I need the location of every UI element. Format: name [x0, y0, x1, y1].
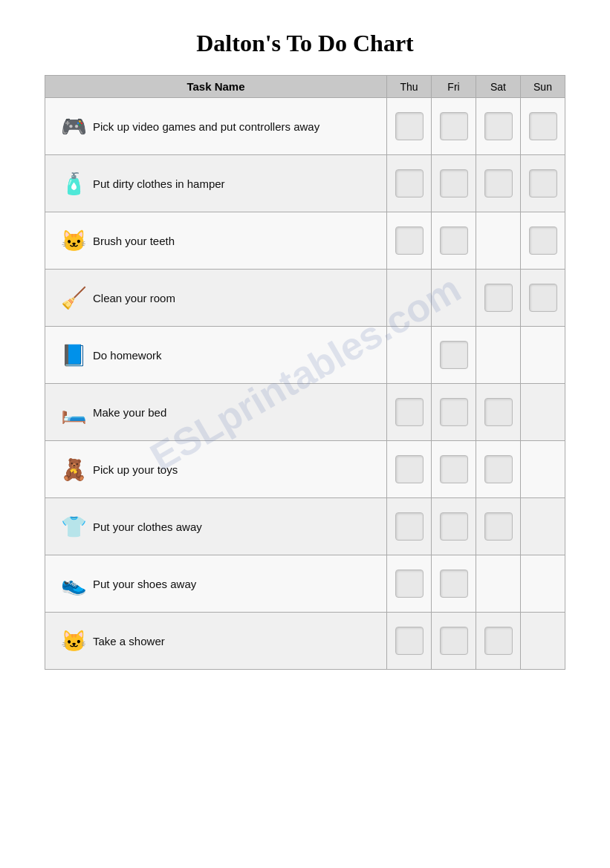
task-label-clean-room: Clean your room — [93, 292, 175, 304]
task-cell-dirty-clothes: 🧴Put dirty clothes in hamper — [45, 155, 387, 212]
task-cell-make-bed: 🛏️Make your bed — [45, 384, 387, 441]
day-header-sat: Sat — [476, 76, 521, 98]
checkbox-pick-up-toys-day2[interactable] — [476, 441, 521, 498]
checkbox-clean-room-day2[interactable] — [476, 270, 521, 327]
checkbox-box[interactable] — [395, 226, 424, 255]
checkbox-box[interactable] — [529, 112, 557, 140]
checkbox-box[interactable] — [395, 112, 424, 140]
task-cell-video-games: 🎮Pick up video games and put controllers… — [45, 98, 387, 155]
checkbox-make-bed-day3[interactable] — [521, 384, 565, 441]
task-icon-video-games: 🎮 — [60, 114, 87, 139]
checkbox-box[interactable] — [484, 512, 513, 541]
task-row: 🛏️Make your bed — [45, 384, 565, 441]
task-label-shoes-away: Put your shoes away — [93, 578, 196, 590]
checkbox-video-games-day2[interactable] — [476, 98, 521, 155]
checkbox-clothes-away-day2[interactable] — [476, 498, 521, 555]
checkbox-box[interactable] — [395, 512, 424, 541]
checkbox-box[interactable] — [484, 398, 513, 426]
checkbox-box[interactable] — [440, 398, 468, 426]
checkbox-box[interactable] — [529, 284, 557, 312]
task-cell-pick-up-toys: 🧸Pick up your toys — [45, 441, 387, 498]
task-icon-clothes-away: 👕 — [60, 515, 87, 539]
checkbox-box[interactable] — [484, 169, 513, 198]
task-row: 🧸Pick up your toys — [45, 441, 565, 498]
checkbox-clothes-away-day0[interactable] — [387, 498, 432, 555]
page-title: Dalton's To Do Chart — [196, 30, 414, 57]
task-row: 🐱Take a shower — [45, 613, 565, 670]
checkbox-video-games-day0[interactable] — [387, 98, 432, 155]
checkbox-shower-day1[interactable] — [432, 613, 476, 670]
task-cell-shoes-away: 👟Put your shoes away — [45, 555, 387, 613]
checkbox-shoes-away-day2[interactable] — [476, 555, 521, 613]
task-icon-homework: 📘 — [60, 343, 87, 368]
checkbox-clean-room-day3[interactable] — [521, 270, 565, 327]
checkbox-box[interactable] — [440, 570, 468, 598]
task-label-dirty-clothes: Put dirty clothes in hamper — [93, 177, 225, 190]
checkbox-box[interactable] — [395, 627, 424, 655]
checkbox-box[interactable] — [440, 226, 468, 255]
checkbox-box[interactable] — [484, 455, 513, 483]
checkbox-box[interactable] — [484, 112, 513, 140]
checkbox-box[interactable] — [395, 169, 424, 198]
checkbox-shower-day0[interactable] — [387, 613, 432, 670]
checkbox-make-bed-day1[interactable] — [432, 384, 476, 441]
checkbox-box[interactable] — [529, 226, 557, 255]
checkbox-box[interactable] — [440, 455, 468, 483]
checkbox-clothes-away-day1[interactable] — [432, 498, 476, 555]
day-header-sun: Sun — [521, 76, 565, 98]
checkbox-homework-day3[interactable] — [521, 327, 565, 384]
checkbox-brush-teeth-day2[interactable] — [476, 212, 521, 270]
checkbox-dirty-clothes-day0[interactable] — [387, 155, 432, 212]
checkbox-make-bed-day0[interactable] — [387, 384, 432, 441]
task-label-shower: Take a shower — [93, 635, 165, 647]
checkbox-box[interactable] — [440, 627, 468, 655]
checkbox-shower-day3[interactable] — [521, 613, 565, 670]
checkbox-brush-teeth-day0[interactable] — [387, 212, 432, 270]
task-icon-shower: 🐱 — [60, 629, 87, 653]
checkbox-clothes-away-day3[interactable] — [521, 498, 565, 555]
checkbox-brush-teeth-day1[interactable] — [432, 212, 476, 270]
header-row: Task Name Thu Fri Sat Sun — [45, 76, 565, 98]
checkbox-dirty-clothes-day1[interactable] — [432, 155, 476, 212]
task-row: 📘Do homework — [45, 327, 565, 384]
checkbox-box[interactable] — [440, 169, 468, 198]
checkbox-box[interactable] — [529, 169, 557, 198]
checkbox-homework-day2[interactable] — [476, 327, 521, 384]
checkbox-dirty-clothes-day2[interactable] — [476, 155, 521, 212]
checkbox-box[interactable] — [440, 341, 468, 369]
task-label-clothes-away: Put your clothes away — [93, 521, 202, 533]
checkbox-homework-day1[interactable] — [432, 327, 476, 384]
checkbox-pick-up-toys-day3[interactable] — [521, 441, 565, 498]
checkbox-box[interactable] — [440, 112, 468, 140]
checkbox-dirty-clothes-day3[interactable] — [521, 155, 565, 212]
task-label-video-games: Pick up video games and put controllers … — [93, 120, 319, 133]
checkbox-box[interactable] — [440, 512, 468, 541]
checkbox-box[interactable] — [484, 627, 513, 655]
task-cell-homework: 📘Do homework — [45, 327, 387, 384]
task-icon-pick-up-toys: 🧸 — [60, 457, 87, 482]
day-header-thu: Thu — [387, 76, 432, 98]
checkbox-pick-up-toys-day0[interactable] — [387, 441, 432, 498]
checkbox-video-games-day3[interactable] — [521, 98, 565, 155]
checkbox-brush-teeth-day3[interactable] — [521, 212, 565, 270]
checkbox-make-bed-day2[interactable] — [476, 384, 521, 441]
checkbox-box[interactable] — [395, 570, 424, 598]
checkbox-video-games-day1[interactable] — [432, 98, 476, 155]
checkbox-shower-day2[interactable] — [476, 613, 521, 670]
task-icon-dirty-clothes: 🧴 — [60, 172, 87, 196]
checkbox-box[interactable] — [484, 284, 513, 312]
checkbox-shoes-away-day0[interactable] — [387, 555, 432, 613]
checkbox-clean-room-day0[interactable] — [387, 270, 432, 327]
checkbox-box[interactable] — [395, 455, 424, 483]
checkbox-shoes-away-day1[interactable] — [432, 555, 476, 613]
checkbox-homework-day0[interactable] — [387, 327, 432, 384]
task-label-pick-up-toys: Pick up your toys — [93, 463, 178, 476]
task-row: 🧴Put dirty clothes in hamper — [45, 155, 565, 212]
task-icon-make-bed: 🛏️ — [60, 400, 87, 425]
checkbox-clean-room-day1[interactable] — [432, 270, 476, 327]
checkbox-pick-up-toys-day1[interactable] — [432, 441, 476, 498]
checkbox-shoes-away-day3[interactable] — [521, 555, 565, 613]
checkbox-box[interactable] — [395, 398, 424, 426]
task-label-brush-teeth: Brush your teeth — [93, 235, 175, 247]
task-icon-shoes-away: 👟 — [60, 572, 87, 596]
